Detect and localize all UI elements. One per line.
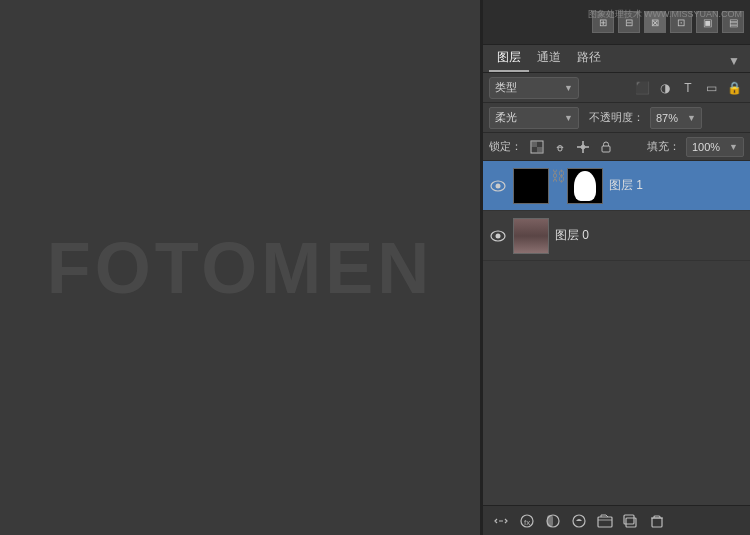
layer-1-mask-thumb [567, 168, 603, 204]
filter-icon-type[interactable]: T [678, 78, 698, 98]
blend-row: 柔光 ▼ 不透明度： 87% ▼ [483, 103, 750, 133]
layer-chain-icon: ⛓ [551, 168, 565, 204]
svg-point-9 [496, 183, 501, 188]
filter-type-select[interactable]: 类型 ▼ [489, 77, 579, 99]
tab-layers[interactable]: 图层 [489, 45, 529, 72]
blend-mode-arrow: ▼ [564, 113, 573, 123]
lock-transparent-icon[interactable] [528, 138, 546, 156]
svg-text:fx: fx [524, 518, 530, 527]
filter-icons: ⬛ ◑ T ▭ 🔒 [632, 78, 744, 98]
link-layers-icon[interactable] [491, 511, 511, 531]
canvas-watermark: FOTOMEN [47, 227, 434, 309]
svg-rect-20 [652, 518, 662, 527]
lock-all-icon[interactable] [597, 138, 615, 156]
svg-rect-15 [547, 515, 553, 527]
top-toolbar: 图象处理技术 WWW.MISSYUAN.COM ⊞ ⊟ ⊠ ⊡ ▣ ▤ [483, 0, 750, 45]
svg-rect-2 [537, 147, 543, 153]
layer-0-content-thumb [513, 218, 549, 254]
layer-item-0[interactable]: 图层 0 [483, 211, 750, 261]
blend-mode-label: 柔光 [495, 110, 517, 125]
tab-bar: 图层 通道 路径 ▼ [483, 45, 750, 73]
lock-icons [528, 138, 615, 156]
site-watermark: 图象处理技术 WWW.MISSYUAN.COM [588, 8, 743, 21]
blend-mode-select[interactable]: 柔光 ▼ [489, 107, 579, 129]
fill-label: 填充： [647, 139, 680, 154]
svg-rect-17 [598, 517, 612, 527]
fill-arrow: ▼ [729, 142, 738, 152]
layer-0-photo [514, 219, 548, 253]
layer-0-name: 图层 0 [555, 227, 744, 244]
svg-point-11 [496, 233, 501, 238]
opacity-input[interactable]: 87% ▼ [650, 107, 702, 129]
right-panel: 图象处理技术 WWW.MISSYUAN.COM ⊞ ⊟ ⊠ ⊡ ▣ ▤ 图层 通… [483, 0, 750, 535]
svg-rect-1 [531, 141, 537, 147]
delete-layer-icon[interactable] [647, 511, 667, 531]
lock-position-icon[interactable] [574, 138, 592, 156]
new-group-icon[interactable] [595, 511, 615, 531]
canvas-area: FOTOMEN [0, 0, 480, 535]
filter-dropdown-arrow: ▼ [564, 83, 573, 93]
layers-list: ⛓ 图层 1 图层 0 [483, 161, 750, 505]
fill-input[interactable]: 100% ▼ [686, 137, 744, 157]
new-layer-icon[interactable] [621, 511, 641, 531]
svg-rect-7 [602, 146, 610, 152]
fill-value-text: 100% [692, 141, 720, 153]
svg-point-3 [558, 147, 562, 151]
lock-row: 锁定： [483, 133, 750, 161]
filter-icon-smart[interactable]: 🔒 [724, 78, 744, 98]
layer-style-icon[interactable]: fx [517, 511, 537, 531]
layer-mask-icon[interactable] [543, 511, 563, 531]
opacity-value-text: 87% [656, 112, 678, 124]
opacity-arrow: ▼ [687, 113, 696, 123]
layer-item-1[interactable]: ⛓ 图层 1 [483, 161, 750, 211]
layer-1-name: 图层 1 [609, 177, 744, 194]
bottom-toolbar: fx [483, 505, 750, 535]
layer-0-visibility-icon[interactable] [489, 227, 507, 245]
lock-pixels-icon[interactable] [551, 138, 569, 156]
adjustment-layer-icon[interactable] [569, 511, 589, 531]
layer-1-visibility-icon[interactable] [489, 177, 507, 195]
opacity-label: 不透明度： [589, 110, 644, 125]
filter-icon-shape[interactable]: ▭ [701, 78, 721, 98]
layer-0-thumbnails [513, 218, 549, 254]
tab-paths[interactable]: 路径 [569, 45, 609, 72]
filter-type-label: 类型 [495, 80, 517, 95]
filter-icon-pixel[interactable]: ⬛ [632, 78, 652, 98]
panel-collapse-button[interactable]: ▼ [724, 50, 744, 72]
lock-label: 锁定： [489, 139, 522, 154]
layer-1-thumbnails: ⛓ [513, 168, 603, 204]
mask-shape [574, 171, 596, 201]
filter-row: 类型 ▼ ⬛ ◑ T ▭ 🔒 [483, 73, 750, 103]
tab-channels[interactable]: 通道 [529, 45, 569, 72]
layer-1-content-thumb [513, 168, 549, 204]
filter-icon-adjust[interactable]: ◑ [655, 78, 675, 98]
